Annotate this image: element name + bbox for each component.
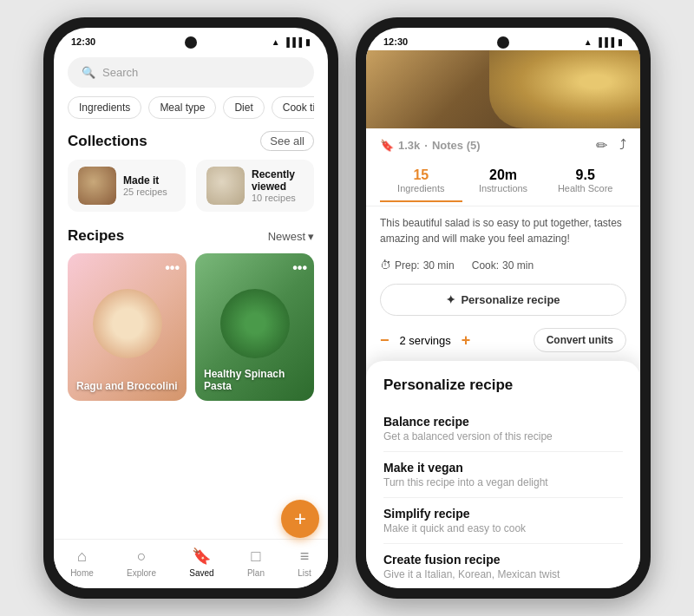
share-icon[interactable]: ⤴ [619, 137, 626, 154]
right-wifi-icon: ▲ [584, 37, 593, 47]
hero-food [489, 50, 640, 128]
instructions-label: Instructions [462, 183, 545, 193]
ingredients-count: 15 [380, 167, 462, 183]
prep-time: ⏱ Prep: 30 min [380, 259, 455, 272]
edit-icon[interactable]: ✏ [596, 137, 607, 154]
stats-tabs: 15 Ingredients 20m Instructions 9.5 Heal… [366, 159, 640, 206]
option-fusion[interactable]: Create fusion recipe Give it a Italian, … [383, 544, 623, 588]
sort-button[interactable]: Newest ▾ [268, 230, 314, 243]
decrease-servings-button[interactable]: − [380, 331, 390, 350]
recipe-hero-image [366, 50, 640, 128]
made-it-name: Made it [123, 174, 167, 187]
see-all-button[interactable]: See all [260, 131, 314, 151]
personalize-label: Personalize recipe [461, 293, 560, 306]
search-placeholder: Search [102, 66, 138, 79]
option-balance[interactable]: Balance recipe Get a balanced version of… [383, 406, 623, 452]
recipe-image-ragu [93, 289, 162, 358]
notes-label[interactable]: Notes (5) [432, 139, 481, 152]
time-row: ⏱ Prep: 30 min Cook: 30 min [366, 255, 640, 280]
balance-desc: Get a balanced version of this recipe [383, 430, 623, 442]
collections-header: Collections See all [68, 131, 314, 151]
search-bar[interactable]: 🔍 Search [68, 57, 314, 88]
fusion-desc: Give it a Italian, Korean, Mexican twist [383, 568, 623, 580]
collections-title: Collections [68, 133, 147, 150]
recipe-grid: ••• Ragu and Broccolini ••• Healthy Spin… [68, 253, 314, 401]
nav-plan-label: Plan [247, 568, 265, 578]
servings-row: − 2 servings + Convert units [366, 324, 640, 361]
personalize-button[interactable]: ✦ Personalize recipe [380, 284, 626, 316]
fusion-title: Create fusion recipe [383, 553, 623, 567]
bottom-nav: ⌂ Home ○ Explore 🔖 Saved □ Plan ≡ List [54, 539, 328, 588]
servings-count: 2 servings [400, 334, 451, 347]
balance-title: Balance recipe [383, 415, 623, 429]
tab-health-score[interactable]: 9.5 Health Score [544, 162, 626, 202]
filter-cook-time[interactable]: Cook ti... [272, 96, 314, 119]
cook-label: Cook: [472, 259, 499, 272]
option-vegan[interactable]: Make it vegan Turn this recipe into a ve… [383, 452, 623, 498]
tab-instructions[interactable]: 20m Instructions [462, 162, 545, 202]
bookmark-count: 🔖 1.3k · Notes (5) [380, 139, 481, 152]
collection-made-it[interactable]: Made it 25 recipes [68, 160, 186, 212]
nav-saved[interactable]: 🔖 Saved [189, 547, 213, 578]
vegan-title: Make it vegan [383, 461, 623, 475]
left-content: 🔍 Search Ingredients Meal type Diet Cook… [54, 50, 328, 539]
recipes-section: Recipes Newest ▾ ••• Ragu and Broccolini [68, 227, 314, 539]
filter-meal-type[interactable]: Meal type [148, 96, 216, 119]
nav-list-label: List [298, 568, 311, 578]
panel-title: Personalize recipe [383, 377, 623, 394]
recipe-card-pasta[interactable]: ••• Healthy Spinach Pasta [195, 253, 314, 401]
right-phone: 12:30 ▲ ▐▐▐ ▮ 🔖 1.3k · Notes (5) ✏ ⤴ [356, 17, 651, 599]
sparkle-icon: ✦ [446, 293, 455, 306]
right-time: 12:30 [383, 36, 408, 47]
right-signal-icon: ▐▐▐ [596, 37, 614, 47]
simplify-title: Simplify recipe [383, 507, 623, 521]
recipe-info-bar: 🔖 1.3k · Notes (5) ✏ ⤴ [366, 128, 640, 159]
recipe-menu-icon[interactable]: ••• [165, 260, 180, 276]
right-screen: 12:30 ▲ ▐▐▐ ▮ 🔖 1.3k · Notes (5) ✏ ⤴ [366, 28, 640, 588]
nav-list[interactable]: ≡ List [298, 547, 311, 578]
recipe-card-ragu[interactable]: ••• Ragu and Broccolini [68, 253, 187, 401]
made-it-image [78, 167, 116, 205]
nav-home-label: Home [70, 568, 94, 578]
clock-icon-1: ⏱ [380, 259, 391, 272]
battery-icon: ▮ [305, 37, 311, 47]
info-action-icons: ✏ ⤴ [596, 137, 626, 154]
made-it-info: Made it 25 recipes [123, 174, 167, 197]
chevron-down-icon: ▾ [308, 230, 314, 243]
collections-row: Made it 25 recipes Recently viewed 10 re… [68, 160, 314, 212]
wifi-icon: ▲ [272, 37, 280, 47]
filter-diet[interactable]: Diet [223, 96, 264, 119]
signal-icon: ▐▐▐ [284, 37, 302, 47]
nav-explore[interactable]: ○ Explore [127, 547, 156, 578]
search-icon: 🔍 [82, 66, 95, 79]
right-status-icons: ▲ ▐▐▐ ▮ [584, 37, 623, 47]
explore-icon: ○ [137, 547, 147, 566]
collection-recently-viewed[interactable]: Recently viewed 10 recipes [196, 160, 314, 212]
nav-explore-label: Explore [127, 568, 156, 578]
recently-viewed-image [206, 167, 245, 205]
fab-button[interactable]: + [281, 500, 319, 538]
recipe-menu-icon-2[interactable]: ••• [292, 260, 307, 276]
separator: · [424, 139, 428, 152]
increase-servings-button[interactable]: + [462, 331, 471, 350]
left-screen: 12:30 ▲ ▐▐▐ ▮ 🔍 Search Ingredients Meal … [54, 28, 328, 588]
vegan-desc: Turn this recipe into a vegan delight [383, 476, 623, 488]
filter-ingredients[interactable]: Ingredients [68, 96, 141, 119]
nav-home[interactable]: ⌂ Home [70, 547, 94, 578]
recipe-label-ragu: Ragu and Broccolini [76, 380, 178, 392]
ingredients-label: Ingredients [380, 183, 462, 193]
cook-time: Cook: 30 min [472, 259, 534, 272]
recently-viewed-info: Recently viewed 10 recipes [252, 168, 304, 203]
status-icons: ▲ ▐▐▐ ▮ [272, 37, 311, 47]
option-simplify[interactable]: Simplify recipe Make it quick and easy t… [383, 498, 623, 544]
instructions-value: 20m [462, 167, 545, 183]
convert-units-button[interactable]: Convert units [534, 328, 626, 352]
home-icon: ⌂ [77, 547, 87, 566]
tab-ingredients[interactable]: 15 Ingredients [380, 162, 462, 202]
recipe-image-pasta [220, 289, 290, 358]
health-score-value: 9.5 [544, 167, 626, 183]
recipe-description: This beautiful salad is so easy to put t… [366, 206, 640, 255]
simplify-desc: Make it quick and easy to cook [383, 522, 623, 534]
right-battery-icon: ▮ [618, 37, 623, 47]
nav-plan[interactable]: □ Plan [247, 547, 265, 578]
